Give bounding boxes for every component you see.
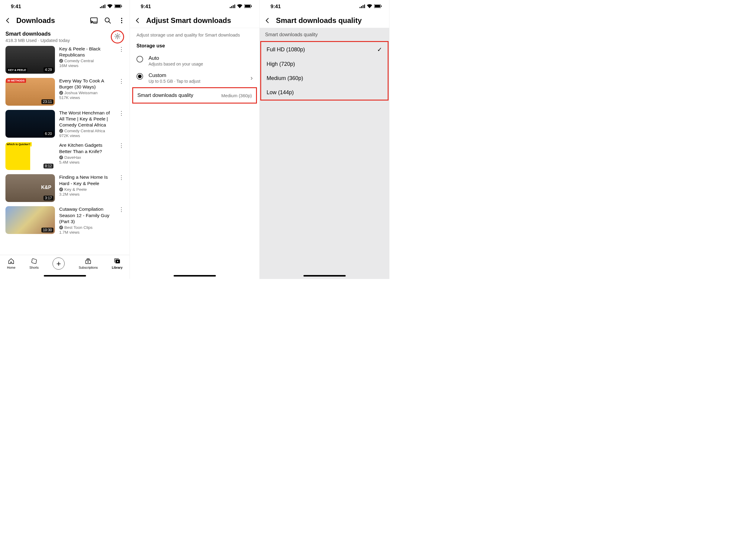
- video-more-icon[interactable]: ⋮: [119, 78, 124, 106]
- battery-icon: [114, 4, 122, 10]
- video-thumbnail[interactable]: K&P 3:17: [5, 174, 55, 202]
- option-label: Medium (360p): [267, 75, 303, 82]
- quality-option-144p[interactable]: Low (144p): [261, 85, 387, 100]
- video-more-icon[interactable]: ⋮: [119, 46, 124, 74]
- video-views: 5.4M views: [59, 160, 114, 165]
- video-thumbnail[interactable]: 30 METHODS 23:11: [5, 78, 55, 106]
- cast-icon[interactable]: [90, 17, 98, 24]
- nav-shorts[interactable]: Shorts: [30, 258, 39, 269]
- radio-icon: [137, 73, 143, 80]
- quality-section-label: Smart downloads quality: [260, 28, 389, 42]
- nav-library[interactable]: Library: [112, 258, 123, 269]
- battery-icon: [244, 4, 252, 10]
- video-thumbnail[interactable]: KEY & PEELE 4:29: [5, 46, 55, 74]
- video-views: 16M views: [59, 63, 114, 68]
- svg-rect-25: [234, 5, 235, 8]
- search-icon[interactable]: [104, 17, 111, 24]
- video-title: Key & Peele - Black Republicans: [59, 46, 114, 58]
- header: Adjust Smart downloads: [130, 13, 259, 28]
- channel-name: DaveHax: [64, 155, 81, 160]
- svg-point-17: [117, 35, 118, 37]
- status-bar: 9:41: [0, 0, 130, 13]
- video-duration: 4:29: [43, 67, 53, 72]
- video-item[interactable]: KEY & PEELE 4:29 Key & Peele - Black Rep…: [5, 46, 124, 74]
- quality-option-360p[interactable]: Medium (360p): [261, 71, 387, 85]
- video-duration: 8:12: [43, 164, 53, 169]
- header: Smart downloads quality: [260, 13, 389, 28]
- video-thumbnail[interactable]: 6:20: [5, 110, 55, 138]
- svg-point-11: [91, 23, 92, 24]
- video-more-icon[interactable]: ⋮: [119, 206, 124, 234]
- page-title: Downloads: [16, 16, 85, 25]
- video-item[interactable]: K&P 3:17 Finding a New Home Is Hard - Ke…: [5, 174, 124, 202]
- smart-downloads-quality-row[interactable]: Smart downloads quality Medium (360p): [132, 87, 257, 104]
- svg-rect-34: [375, 5, 380, 8]
- quality-options-highlight: Full HD (1080p) ✓ High (720p) Medium (36…: [260, 41, 388, 101]
- svg-rect-29: [360, 7, 361, 8]
- back-button[interactable]: [264, 17, 271, 24]
- quality-option-720p[interactable]: High (720p): [261, 57, 387, 71]
- nav-home[interactable]: Home: [7, 258, 15, 269]
- svg-rect-23: [231, 6, 232, 8]
- status-bar: 9:41: [260, 0, 389, 13]
- nav-create[interactable]: +: [53, 258, 65, 270]
- svg-rect-22: [230, 7, 231, 8]
- quality-option-1080p[interactable]: Full HD (1080p) ✓: [261, 42, 387, 57]
- gear-icon[interactable]: [114, 33, 121, 41]
- quality-value: Medium (360p): [221, 93, 252, 98]
- home-indicator[interactable]: [44, 275, 86, 276]
- video-thumbnail[interactable]: Which Is Quicker? 8:12: [5, 142, 55, 170]
- verified-icon: [59, 59, 63, 63]
- video-duration: 23:11: [41, 99, 53, 104]
- video-item[interactable]: 30 METHODS 23:11 Every Way To Cook A Bur…: [5, 78, 124, 106]
- storage-custom-option[interactable]: Custom Up to 0.5 GB · Tap to adjust ›: [137, 69, 253, 87]
- video-item[interactable]: Which Is Quicker? 8:12 Are Kitchen Gadge…: [5, 142, 124, 170]
- signal-icon: [100, 4, 105, 10]
- video-list[interactable]: KEY & PEELE 4:29 Key & Peele - Black Rep…: [0, 43, 130, 255]
- section-sub: 418.3 MB Used · Updated today: [5, 38, 111, 43]
- option-title: Auto: [149, 55, 253, 61]
- subscriptions-icon: [85, 258, 92, 265]
- thumbnail-overlay: KEY & PEELE: [7, 68, 27, 72]
- video-item[interactable]: 10:30 Cutaway Compilation Season 12 - Fa…: [5, 206, 124, 234]
- video-title: The Worst Henchman of All Time | Key & P…: [59, 110, 114, 128]
- channel-name: Joshua Weissman: [64, 91, 98, 95]
- back-button[interactable]: [134, 17, 141, 24]
- settings-button-highlight: [111, 30, 124, 43]
- status-icons: [360, 4, 382, 10]
- battery-icon: [374, 4, 382, 10]
- svg-rect-6: [121, 5, 122, 7]
- video-more-icon[interactable]: ⋮: [119, 110, 124, 138]
- signal-icon: [360, 4, 365, 10]
- video-title: Are Kitchen Gadgets Better Than a Knife?: [59, 142, 114, 154]
- nav-label: Library: [112, 266, 123, 269]
- svg-rect-3: [105, 5, 105, 8]
- storage-auto-option[interactable]: Auto Adjusts based on your usage: [137, 52, 253, 69]
- page-title: Smart downloads quality: [276, 16, 385, 25]
- svg-point-15: [121, 20, 122, 21]
- storage-use-label: Storage use: [137, 43, 253, 49]
- back-button[interactable]: [4, 17, 11, 24]
- video-item[interactable]: 6:20 The Worst Henchman of All Time | Ke…: [5, 110, 124, 138]
- channel-name: Comedy Central Africa: [64, 129, 105, 133]
- svg-rect-24: [233, 5, 234, 8]
- svg-rect-35: [381, 5, 381, 7]
- home-indicator[interactable]: [304, 275, 346, 276]
- video-more-icon[interactable]: ⋮: [119, 142, 124, 170]
- page-title: Adjust Smart downloads: [146, 16, 255, 25]
- smart-downloads-section: Smart downloads 418.3 MB Used · Updated …: [0, 28, 130, 43]
- option-sub: Adjusts based on your usage: [149, 62, 253, 66]
- wifi-icon: [367, 4, 372, 10]
- more-icon[interactable]: [118, 17, 125, 24]
- status-bar: 9:41: [130, 0, 259, 13]
- svg-rect-30: [361, 6, 362, 8]
- video-more-icon[interactable]: ⋮: [119, 174, 124, 202]
- nav-subscriptions[interactable]: Subscriptions: [79, 258, 98, 269]
- verified-icon: [59, 226, 63, 230]
- svg-rect-5: [115, 5, 121, 8]
- nav-label: Shorts: [30, 266, 39, 269]
- video-thumbnail[interactable]: 10:30: [5, 206, 55, 234]
- status-time: 9:41: [271, 4, 281, 10]
- svg-rect-27: [245, 5, 250, 8]
- home-indicator[interactable]: [174, 275, 216, 276]
